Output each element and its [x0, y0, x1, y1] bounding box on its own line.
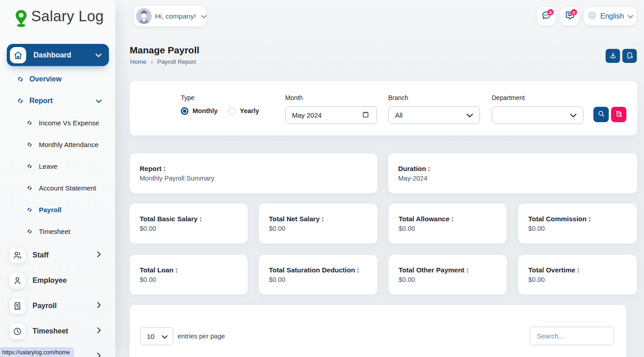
receipt-icon [9, 298, 25, 314]
home-icon [10, 47, 26, 63]
report-card-value: Monthly Payroll Summary [140, 175, 367, 182]
sidebar: Salary Log Dashboard Overview Report [0, 0, 115, 357]
chevron-down-icon [628, 12, 633, 20]
duration-card-value: May-2024 [398, 175, 627, 182]
chevron-down-icon [201, 12, 207, 20]
sidebar-item-label: Overview [29, 75, 61, 83]
sidebar-item-label: Timesheet [33, 327, 68, 335]
type-radio-group: Monthly Yearly [181, 103, 259, 119]
report-summary-card: Report : Monthly Payroll Summary [130, 153, 377, 193]
stat-card-loan: Total Loan : $0.00 [130, 255, 248, 295]
map-pin-icon [14, 10, 29, 28]
monthly-radio-label[interactable]: Monthly [193, 107, 218, 114]
stat-value: $0.00 [399, 225, 498, 232]
sidebar-subitem-leave[interactable]: Leave [0, 161, 115, 171]
stat-card-other-payment: Total Other Payment : $0.00 [389, 255, 507, 295]
circle-notch-icon [28, 184, 32, 192]
chat-button[interactable]: 0 [537, 7, 555, 25]
sidebar-subitem-income-vs-expense[interactable]: Income Vs Expense [0, 117, 115, 128]
reset-filter-button[interactable] [611, 107, 626, 122]
search-button[interactable] [593, 107, 609, 122]
stat-card-saturation-deduction: Total Saturation Deduction : $0.00 [259, 255, 377, 295]
download-icon [609, 52, 617, 61]
monthly-radio[interactable] [181, 107, 188, 115]
yearly-radio-label[interactable]: Yearly [240, 107, 259, 114]
yearly-radio[interactable] [228, 107, 236, 115]
type-label: Type [181, 94, 194, 101]
sidebar-item-report[interactable]: Report [0, 95, 115, 106]
file-export-button[interactable] [622, 49, 637, 63]
sidebar-subitem-timesheet[interactable]: Timesheet [0, 226, 115, 237]
sidebar-item-employee[interactable]: Employee [9, 272, 109, 289]
stat-card-basic-salary: Total Basic Salary : $0.00 [130, 204, 248, 243]
table-search-input[interactable] [530, 327, 614, 345]
file-export-icon [626, 52, 634, 61]
chevron-down-icon [570, 111, 577, 119]
sidebar-item-label: Employee [33, 276, 67, 285]
download-button[interactable] [606, 49, 620, 63]
month-input[interactable]: May 2024 [285, 106, 377, 124]
chevron-down-icon [466, 111, 473, 119]
sidebar-item-timesheet[interactable]: Timesheet [9, 323, 109, 339]
clock-icon [9, 324, 25, 339]
sidebar-subitem-account-statement[interactable]: Account Statement [0, 182, 115, 193]
chevron-right-icon [97, 327, 101, 335]
link-preview-statusbar: https://salarylog.com/home [0, 347, 74, 357]
sidebar-item-overview[interactable]: Overview [0, 74, 115, 85]
sidebar-item-staff[interactable]: Staff [9, 247, 109, 263]
sidebar-item-label: Payroll [33, 302, 56, 310]
page-title: Manage Payroll [130, 45, 199, 56]
search-icon [597, 110, 605, 119]
circle-notch-icon [18, 97, 23, 105]
circle-notch-icon [18, 75, 23, 83]
sidebar-item-payroll[interactable]: Payroll [9, 298, 109, 314]
stat-title: Total Basic Salary : [140, 215, 239, 223]
chevron-down-icon [162, 333, 168, 340]
app-title: Salary Log [31, 8, 104, 25]
chat-badge: 0 [547, 9, 554, 15]
stat-value: $0.00 [269, 225, 368, 232]
sidebar-item-dashboard[interactable]: Dashboard [7, 44, 109, 66]
calendar-icon [362, 111, 369, 119]
language-selector[interactable]: English [584, 7, 636, 25]
stat-title: Total Loan : [140, 266, 239, 274]
sidebar-subitem-label: Income Vs Expense [39, 119, 99, 127]
sidebar-subitem-monthly-attendance[interactable]: Monthly Attendance [0, 139, 115, 150]
stat-title: Total Saturation Deduction : [269, 266, 368, 274]
page-size-value: 10 [147, 333, 155, 340]
stat-title: Total Commission : [528, 215, 628, 223]
circle-notch-icon [28, 205, 32, 214]
user-menu[interactable]: Hi, company! [134, 6, 206, 26]
breadcrumb-home-link[interactable]: Home [130, 58, 146, 65]
stat-value: $0.00 [528, 276, 628, 283]
page-size-select[interactable]: 10 [140, 327, 174, 345]
user-icon [9, 273, 25, 289]
duration-card-title: Duration : [398, 165, 627, 172]
messages-button[interactable]: 0 [560, 7, 579, 25]
users-icon [9, 248, 25, 263]
circle-notch-icon [28, 227, 32, 235]
branch-select[interactable]: All [388, 106, 480, 124]
greeting-text: Hi, company! [155, 12, 196, 20]
stat-card-overtime: Total Overtime : $0.00 [518, 255, 637, 295]
stat-value: $0.00 [140, 276, 239, 283]
chevron-down-icon [96, 97, 102, 105]
sidebar-subitem-label: Monthly Attendance [39, 141, 99, 148]
department-label: Department [492, 94, 525, 101]
sidebar-item-label: Report [29, 97, 53, 105]
sidebar-subitem-payroll[interactable]: Payroll [0, 204, 115, 215]
avatar [136, 8, 152, 24]
file-off-icon [615, 110, 623, 119]
sidebar-subitem-label: Leave [39, 162, 57, 170]
month-value: May 2024 [292, 111, 322, 119]
stat-card-allowance: Total Allowance : $0.00 [389, 204, 507, 243]
branch-value: All [395, 111, 403, 119]
entries-per-page-label: entries per page [178, 333, 225, 340]
department-select[interactable] [492, 106, 583, 124]
payroll-table-panel: 10 entries per page [130, 305, 626, 357]
sidebar-subitem-label: Account Statement [39, 184, 96, 192]
month-label: Month [285, 94, 303, 101]
breadcrumb-current: Payroll Report [157, 58, 196, 65]
stat-title: Total Allowance : [399, 215, 498, 223]
duration-card: Duration : May-2024 [388, 153, 637, 193]
